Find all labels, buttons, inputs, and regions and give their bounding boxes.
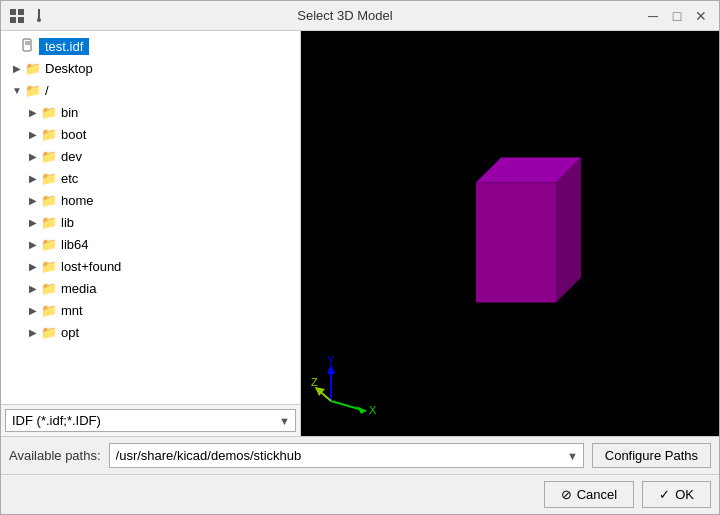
minimize-button[interactable]: ─ [643,6,663,26]
item-label: Desktop [45,61,93,76]
folder-icon: 📁 [41,215,57,230]
svg-rect-3 [18,17,24,23]
ok-icon: ✓ [659,487,670,502]
file-type-filter[interactable]: IDF (*.idf;*.IDF) All files (*.*) [5,409,296,432]
expand-arrow [9,85,25,96]
expand-arrow [25,305,41,316]
expand-arrow [25,173,41,184]
item-label: / [45,83,49,98]
expand-arrow [25,283,41,294]
expand-arrow [25,327,41,338]
window-controls: ─ □ ✕ [643,6,711,26]
ok-button[interactable]: ✓ OK [642,481,711,508]
folder-icon: 📁 [41,193,57,208]
list-item[interactable]: 📁 / [1,79,300,101]
svg-rect-0 [10,9,16,15]
list-item[interactable]: 📁 Desktop [1,57,300,79]
expand-arrow [25,261,41,272]
paths-input-wrapper: /usr/share/kicad/demos/stickhub ▼ [109,443,584,468]
expand-arrow [25,107,41,118]
expand-arrow [25,195,41,206]
selected-file-label: test.idf [39,38,89,55]
expand-arrow [25,151,41,162]
file-tree[interactable]: test.idf 📁 Desktop 📁 / 📁 [1,31,300,404]
expand-arrow [25,129,41,140]
folder-icon: 📁 [41,237,57,252]
item-label: home [61,193,94,208]
folder-icon: 📁 [25,61,41,76]
window-title: Select 3D Model [297,8,392,23]
list-item[interactable]: 📁 dev [1,145,300,167]
main-window: Select 3D Model ─ □ ✕ [0,0,720,515]
pin-icon [31,8,47,24]
svg-text:Z: Z [311,376,318,388]
list-item[interactable]: 📁 home [1,189,300,211]
list-item[interactable]: 📁 opt [1,321,300,343]
folder-icon: 📁 [41,149,57,164]
item-label: mnt [61,303,83,318]
svg-text:Y: Y [327,356,335,366]
filter-wrapper: IDF (*.idf;*.IDF) All files (*.*) ▼ [5,409,296,432]
folder-icon: 📁 [41,325,57,340]
list-item[interactable]: 📁 media [1,277,300,299]
configure-paths-button[interactable]: Configure Paths [592,443,711,468]
expand-arrow [9,63,25,74]
svg-rect-2 [10,17,16,23]
list-item[interactable]: 📁 lib [1,211,300,233]
preview-panel: X Y Z [301,31,719,436]
svg-marker-9 [476,182,556,302]
folder-icon: 📁 [41,171,57,186]
titlebar: Select 3D Model ─ □ ✕ [1,1,719,31]
apps-icon [9,8,25,24]
item-label: bin [61,105,78,120]
svg-point-5 [37,18,41,22]
main-content: test.idf 📁 Desktop 📁 / 📁 [1,31,719,436]
item-label: etc [61,171,78,186]
maximize-button[interactable]: □ [667,6,687,26]
cancel-label: Cancel [577,487,617,502]
folder-icon: 📁 [41,259,57,274]
titlebar-left [9,8,47,24]
3d-model-preview [446,132,606,335]
cancel-button[interactable]: ⊘ Cancel [544,481,634,508]
filter-bar: IDF (*.idf;*.IDF) All files (*.*) ▼ [1,404,300,436]
item-label: lib64 [61,237,88,252]
svg-text:X: X [369,404,377,416]
paths-label: Available paths: [9,448,101,463]
svg-marker-11 [556,157,581,302]
available-paths-bar: Available paths: /usr/share/kicad/demos/… [1,436,719,474]
available-paths-select[interactable]: /usr/share/kicad/demos/stickhub [109,443,584,468]
cancel-icon: ⊘ [561,487,572,502]
folder-icon: 📁 [41,281,57,296]
svg-rect-1 [18,9,24,15]
list-item[interactable]: 📁 bin [1,101,300,123]
file-panel: test.idf 📁 Desktop 📁 / 📁 [1,31,301,436]
selected-file-row[interactable]: test.idf [1,35,300,57]
item-label: boot [61,127,86,142]
folder-icon: 📁 [41,303,57,318]
item-label: dev [61,149,82,164]
item-label: media [61,281,96,296]
folder-icon: 📁 [25,83,41,98]
list-item[interactable]: 📁 lib64 [1,233,300,255]
folder-icon: 📁 [41,127,57,142]
dialog-buttons: ⊘ Cancel ✓ OK [1,474,719,514]
item-label: opt [61,325,79,340]
list-item[interactable]: 📁 etc [1,167,300,189]
close-button[interactable]: ✕ [691,6,711,26]
expand-arrow [25,217,41,228]
list-item[interactable]: 📁 mnt [1,299,300,321]
list-item[interactable]: 📁 boot [1,123,300,145]
list-item[interactable]: 📁 lost+found [1,255,300,277]
ok-label: OK [675,487,694,502]
file-icon [21,38,35,55]
folder-icon: 📁 [41,105,57,120]
item-label: lib [61,215,74,230]
axis-indicator: X Y Z [311,356,371,416]
svg-rect-6 [23,39,31,51]
expand-arrow [25,239,41,250]
item-label: lost+found [61,259,121,274]
